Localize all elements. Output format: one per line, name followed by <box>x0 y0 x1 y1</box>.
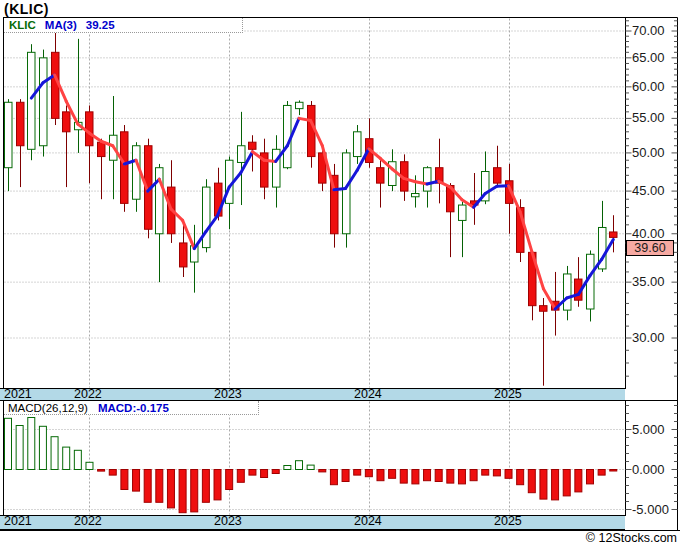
macd-axis-label: 0.000 <box>632 463 665 477</box>
year-label: 2025 <box>494 515 522 528</box>
price-axis-label: 45.00 <box>632 184 665 198</box>
price-axis-label: 30.00 <box>632 331 665 345</box>
price-axis-label: 65.00 <box>632 51 665 65</box>
year-label: 2022 <box>74 388 102 401</box>
x-axis-band-macd: 20212022202320242025 <box>0 515 625 530</box>
ma-value-label: 39.25 <box>86 19 115 31</box>
x-axis-band-main: 20212022202320242025 <box>0 388 625 401</box>
year-label: 2023 <box>214 388 242 401</box>
macd-name-label: MACD(26,12,9) <box>8 402 88 414</box>
price-legend: KLIC MA(3) 39.25 <box>4 18 243 33</box>
macd-legend: MACD(26,12,9) MACD:-0.175 <box>4 401 259 415</box>
ma-period-label: MA(3) <box>45 19 77 31</box>
price-axis-label: 50.00 <box>632 146 665 160</box>
price-axis-label: 40.00 <box>632 227 665 241</box>
copyright-link[interactable]: © 12Stocks.com <box>586 531 677 545</box>
year-label: 2025 <box>494 388 522 401</box>
year-label: 2024 <box>354 515 382 528</box>
last-price-tag: 39.60 <box>626 240 674 256</box>
price-axis-label: 70.00 <box>632 24 665 38</box>
year-label: 2021 <box>4 388 32 401</box>
macd-axis-label: -5.000 <box>632 503 669 517</box>
year-label: 2021 <box>4 515 32 528</box>
macd-value-label: MACD:-0.175 <box>98 402 169 414</box>
price-axis-label: 35.00 <box>632 275 665 289</box>
macd-axis-label: 5.000 <box>632 423 665 437</box>
year-label: 2023 <box>214 515 242 528</box>
year-label: 2024 <box>354 388 382 401</box>
chart-canvas <box>0 0 680 546</box>
price-axis-label: 55.00 <box>632 111 665 125</box>
symbol-label: KLIC <box>9 19 36 31</box>
stock-chart-app: (KLIC) KLIC MA(3) 39.25 MACD(26,12,9) MA… <box>0 0 680 546</box>
year-label: 2022 <box>74 515 102 528</box>
price-axis-label: 60.00 <box>632 80 665 94</box>
